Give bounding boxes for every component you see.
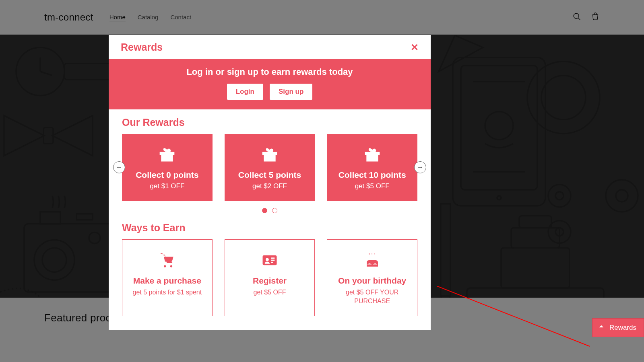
chevron-up-icon [598, 323, 605, 332]
reward-title: Collect 10 points [331, 170, 413, 180]
carousel-prev-button[interactable]: ← [113, 161, 125, 173]
reward-card[interactable]: Collect 5 points get $2 OFF [225, 134, 315, 201]
our-rewards-section: Our Rewards ← Collect 0 points get $1 OF… [109, 109, 431, 213]
earn-title: On your birthday [333, 276, 411, 286]
earn-sub: get $5 OFF [231, 288, 309, 297]
reward-sub: get $5 OFF [331, 182, 413, 190]
earn-title: Register [231, 276, 309, 286]
carousel-next-button[interactable]: → [414, 161, 426, 173]
our-rewards-heading: Our Rewards [122, 117, 417, 128]
rewards-fab-label: Rewards [609, 324, 636, 332]
signup-button[interactable]: Sign up [270, 84, 312, 100]
carousel-dot-2[interactable] [272, 208, 277, 213]
earn-card-register[interactable]: Register get $5 OFF [225, 239, 315, 316]
rewards-fab[interactable]: Rewards [592, 318, 644, 337]
reward-card[interactable]: Collect 10 points get $5 OFF [327, 134, 417, 201]
carousel-dot-1[interactable] [262, 208, 267, 213]
reward-card[interactable]: Collect 0 points get $1 OFF [122, 134, 213, 201]
earn-sub: get 5 points for $1 spent [128, 288, 206, 297]
banner-heading: Log in or sign up to earn rewards today [109, 67, 431, 77]
reward-sub: get $2 OFF [229, 182, 311, 190]
earn-card-purchase[interactable]: Make a purchase get 5 points for $1 spen… [122, 239, 213, 316]
reward-sub: get $1 OFF [126, 182, 208, 190]
cart-icon [128, 252, 206, 270]
earn-card-birthday[interactable]: On your birthday get $5 OFF YOUR PURCHAS… [327, 239, 417, 316]
login-button[interactable]: Login [227, 84, 263, 100]
reward-title: Collect 5 points [229, 170, 311, 180]
ways-to-earn-section: Ways to Earn Make a purchase get 5 point… [109, 215, 431, 330]
id-card-icon [231, 252, 309, 270]
svg-point-33 [266, 258, 269, 261]
earn-title: Make a purchase [128, 276, 206, 286]
gift-icon [126, 146, 208, 165]
carousel-dots [122, 208, 417, 213]
reward-title: Collect 0 points [126, 170, 208, 180]
birthday-cake-icon [333, 252, 411, 270]
gift-icon [331, 146, 413, 165]
earn-sub: get $5 OFF YOUR PURCHASE [333, 288, 411, 305]
rewards-modal: Rewards ✕ Log in or sign up to earn rewa… [109, 35, 431, 330]
modal-title: Rewards [121, 41, 163, 53]
ways-heading: Ways to Earn [122, 222, 417, 234]
login-banner: Log in or sign up to earn rewards today … [109, 59, 431, 109]
gift-icon [229, 146, 311, 165]
close-icon[interactable]: ✕ [411, 43, 419, 52]
